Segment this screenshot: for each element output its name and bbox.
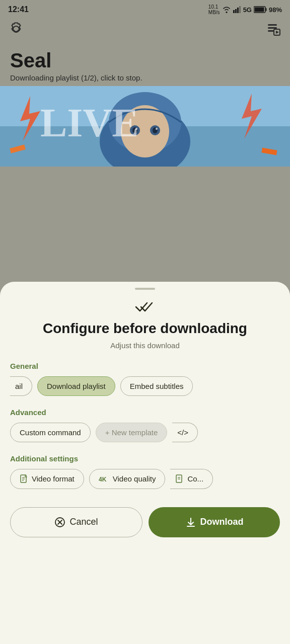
chip-download-playlist[interactable]: Download playlist bbox=[37, 376, 115, 396]
thumbnail[interactable]: LIVE bbox=[0, 86, 290, 167]
app-header: Seal Downloading playlist (1/2), click t… bbox=[0, 41, 290, 86]
chip-codec[interactable]: Co... bbox=[170, 469, 213, 489]
svg-rect-8 bbox=[268, 27, 277, 29]
section-advanced-label: Advanced bbox=[10, 408, 280, 417]
svg-text:4K: 4K bbox=[99, 476, 107, 482]
status-bar: 12:41 10.1MB/s 5G 98% bbox=[0, 0, 290, 17]
svg-point-25 bbox=[156, 128, 158, 130]
section-general-label: General bbox=[10, 362, 280, 370]
playlist-icon[interactable] bbox=[266, 21, 282, 37]
sheet-handle[interactable] bbox=[135, 288, 155, 290]
chip-detail[interactable]: ail bbox=[10, 376, 32, 396]
svg-marker-11 bbox=[276, 31, 279, 34]
signal-icon bbox=[233, 6, 241, 13]
svg-rect-7 bbox=[268, 24, 277, 26]
bottom-sheet: Configure before downloading Adjust this… bbox=[0, 282, 290, 644]
download-icon bbox=[185, 517, 196, 528]
cancel-label: Cancel bbox=[69, 517, 98, 527]
top-bar bbox=[0, 17, 290, 41]
sheet-subtitle: Adjust this download bbox=[10, 341, 280, 350]
svg-rect-5 bbox=[254, 8, 264, 12]
chip-video-quality[interactable]: 4K Video quality bbox=[89, 469, 166, 489]
chip-new-template-label: + New template bbox=[105, 428, 158, 437]
svg-rect-1 bbox=[235, 9, 237, 13]
chip-new-template[interactable]: + New template bbox=[96, 423, 168, 442]
svg-text:LIVE: LIVE bbox=[40, 101, 139, 145]
chip-codec-label: Co... bbox=[187, 474, 203, 483]
advanced-chips: Custom command + New template </> bbox=[10, 423, 280, 444]
speed-indicator: 10.1MB/s bbox=[208, 4, 220, 15]
action-buttons: Cancel Download bbox=[10, 507, 280, 537]
4k-icon: 4K bbox=[99, 475, 110, 482]
svg-rect-2 bbox=[237, 8, 239, 13]
sheet-title: Configure before downloading bbox=[10, 320, 280, 337]
settings-icon[interactable] bbox=[8, 21, 24, 37]
file-icon bbox=[20, 474, 29, 484]
battery-icon bbox=[254, 6, 267, 13]
download-button[interactable]: Download bbox=[149, 507, 280, 537]
battery-percent: 98% bbox=[269, 6, 282, 14]
double-check-icon bbox=[10, 298, 280, 314]
svg-rect-3 bbox=[239, 6, 241, 13]
chip-download-playlist-label: Download playlist bbox=[47, 382, 106, 390]
chip-video-format[interactable]: Video format bbox=[10, 469, 84, 489]
chip-code-snippet-label: </> bbox=[177, 428, 188, 437]
chip-embed-subtitles[interactable]: Embed subtitles bbox=[120, 376, 193, 396]
general-chips: ail Download playlist Embed subtitles bbox=[10, 376, 280, 398]
chip-code-snippet[interactable]: </> bbox=[172, 423, 198, 442]
download-label: Download bbox=[200, 517, 244, 527]
chip-custom-command[interactable]: Custom command bbox=[10, 423, 91, 442]
svg-rect-6 bbox=[265, 8, 266, 11]
chip-custom-command-label: Custom command bbox=[20, 428, 81, 437]
network-label: 5G bbox=[243, 6, 252, 14]
thumbnail-art: LIVE bbox=[0, 86, 290, 167]
svg-rect-9 bbox=[268, 30, 274, 32]
status-icons: 10.1MB/s 5G 98% bbox=[208, 4, 282, 15]
additional-chips: Video format 4K Video quality Co... bbox=[10, 469, 280, 491]
svg-rect-0 bbox=[233, 10, 235, 13]
section-additional-label: Additional settings bbox=[10, 454, 280, 463]
status-time: 12:41 bbox=[8, 5, 29, 14]
chip-video-format-label: Video format bbox=[32, 474, 75, 483]
chip-detail-label: ail bbox=[15, 382, 23, 390]
cancel-icon bbox=[54, 517, 65, 528]
app-subtitle: Downloading playlist (1/2), click to sto… bbox=[10, 73, 280, 82]
chip-embed-subtitles-label: Embed subtitles bbox=[130, 382, 184, 390]
chip-video-quality-label: Video quality bbox=[113, 474, 156, 483]
app-title: Seal bbox=[10, 49, 280, 71]
cancel-button[interactable]: Cancel bbox=[10, 507, 142, 537]
wifi-icon bbox=[222, 6, 231, 13]
codec-icon bbox=[175, 474, 184, 484]
